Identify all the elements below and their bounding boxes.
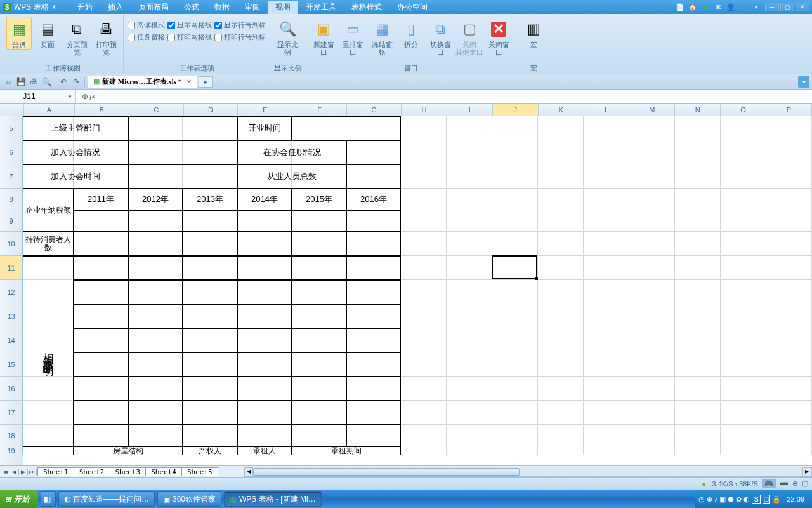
sheet-nav-first-icon[interactable]: ⏮ xyxy=(1,469,10,475)
hscroll-thumb[interactable] xyxy=(253,468,520,476)
row-header-5[interactable]: 5 xyxy=(0,116,23,140)
cell-N18[interactable] xyxy=(675,425,721,446)
tray-icon[interactable]: ♪ xyxy=(714,495,718,503)
cell-O9[interactable] xyxy=(721,210,766,232)
cell-K15[interactable] xyxy=(538,352,584,377)
cell-H19[interactable] xyxy=(401,446,447,455)
cell-L5[interactable] xyxy=(584,116,629,140)
col-header-A[interactable]: A xyxy=(24,104,75,116)
cell-L15[interactable] xyxy=(584,352,629,377)
cell-P12[interactable] xyxy=(766,280,812,304)
tray-ime-icon[interactable]: S xyxy=(752,495,760,504)
col-header-F[interactable]: F xyxy=(292,104,347,116)
cell-H14[interactable] xyxy=(401,328,447,352)
cell-P17[interactable] xyxy=(766,401,812,425)
tab-data[interactable]: 数据 xyxy=(207,1,237,14)
tray-icon[interactable]: ▣ xyxy=(719,495,726,504)
zoom-button[interactable]: 🔍显示比例 xyxy=(274,17,301,56)
taskbar-quicklaunch[interactable]: ◧ xyxy=(41,491,56,507)
col-header-C[interactable]: C xyxy=(129,104,184,116)
view-pagebreak-button[interactable]: ⧉分页预览 xyxy=(63,17,90,56)
cell-J16[interactable] xyxy=(492,377,538,401)
row-header-6[interactable]: 6 xyxy=(0,140,23,164)
cell-J15[interactable] xyxy=(492,352,538,377)
cell-J13[interactable] xyxy=(492,304,538,328)
status-min-icon[interactable]: ➖ xyxy=(780,479,789,488)
cell-L7[interactable] xyxy=(584,164,629,189)
cell-K17[interactable] xyxy=(538,401,584,425)
cell-H8[interactable] xyxy=(401,189,447,210)
cell-O11[interactable] xyxy=(721,256,766,280)
cell-M8[interactable] xyxy=(629,189,675,210)
close-other-button[interactable]: ▢关闭 其他窗口 xyxy=(456,17,483,56)
cell-O13[interactable] xyxy=(721,304,766,328)
row-header-7[interactable]: 7 xyxy=(0,164,23,189)
cell-M11[interactable] xyxy=(629,256,675,280)
cell-L10[interactable] xyxy=(584,232,629,256)
cell-P16[interactable] xyxy=(766,377,812,401)
cell-O16[interactable] xyxy=(721,377,766,401)
qat-redo-icon[interactable]: ↷ xyxy=(70,76,82,88)
row-header-14[interactable]: 14 xyxy=(0,328,23,352)
hscroll-left-icon[interactable]: ◀ xyxy=(244,467,253,476)
taskbar-item-0[interactable]: ◐百度知道——提问问… xyxy=(58,491,155,507)
cell-M17[interactable] xyxy=(629,401,675,425)
cell-K19[interactable] xyxy=(538,446,584,455)
select-all-corner[interactable] xyxy=(0,104,24,116)
game-icon[interactable]: 🎮 xyxy=(762,479,776,488)
chk-print-gridlines[interactable]: 打印网格线 xyxy=(167,32,212,42)
cell-I17[interactable] xyxy=(447,401,492,425)
tab-formula[interactable]: 公式 xyxy=(176,1,207,14)
doc-close-icon[interactable]: ✕ xyxy=(187,78,192,85)
col-header-O[interactable]: O xyxy=(721,104,766,116)
spreadsheet-grid[interactable]: ABCDEFGHIJKLMNOP 56789101112131415161718… xyxy=(0,104,812,465)
qat-print-icon[interactable]: 🖶 xyxy=(28,76,39,88)
col-header-J[interactable]: J xyxy=(493,104,539,116)
name-box-input[interactable] xyxy=(4,92,55,101)
tray-ime2-icon[interactable]: □ xyxy=(763,495,771,504)
tab-workspace[interactable]: 办公空间 xyxy=(390,1,435,14)
cell-K18[interactable] xyxy=(538,425,584,446)
cell-M7[interactable] xyxy=(629,164,675,189)
cell-I10[interactable] xyxy=(447,232,492,256)
cell-H12[interactable] xyxy=(401,280,447,304)
status-circle-icon[interactable]: ⊖ xyxy=(792,479,798,488)
tab-styles[interactable]: 表格样式 xyxy=(344,1,390,14)
cell-I18[interactable] xyxy=(447,425,492,446)
cell-P11[interactable] xyxy=(766,256,812,280)
user-icon[interactable]: 👤 xyxy=(726,2,736,12)
tray-icon[interactable]: ◐ xyxy=(743,495,750,504)
tray-icon[interactable]: ◷ xyxy=(698,495,705,504)
cell-O5[interactable] xyxy=(721,116,766,140)
cell-I16[interactable] xyxy=(447,377,492,401)
cell-P7[interactable] xyxy=(766,164,812,189)
cell-J5[interactable] xyxy=(492,116,538,140)
cell-H16[interactable] xyxy=(401,377,447,401)
cell-K8[interactable] xyxy=(538,189,584,210)
row-header-12[interactable]: 12 xyxy=(0,280,23,304)
cell-P18[interactable] xyxy=(766,425,812,446)
cell-H10[interactable] xyxy=(401,232,447,256)
cell-L19[interactable] xyxy=(584,446,629,455)
cell-N12[interactable] xyxy=(675,280,721,304)
status-sq-icon[interactable]: ▢ xyxy=(802,479,808,488)
row-header-9[interactable]: 9 xyxy=(0,210,23,232)
cell-I9[interactable] xyxy=(447,210,492,232)
freeze-panes-button[interactable]: ▦冻结窗格 xyxy=(369,17,395,56)
cell-I14[interactable] xyxy=(447,328,492,352)
cell-J19[interactable] xyxy=(492,446,538,455)
docs-icon[interactable]: 📄 xyxy=(675,2,685,12)
cell-O12[interactable] xyxy=(721,280,766,304)
cell-K7[interactable] xyxy=(538,164,584,189)
fx-buttons[interactable]: ⊕fx xyxy=(76,90,102,103)
cell-P13[interactable] xyxy=(766,304,812,328)
hscroll-right-icon[interactable]: ▶ xyxy=(802,467,811,476)
cell-N19[interactable] xyxy=(675,446,721,455)
cell-N15[interactable] xyxy=(675,352,721,377)
qat-new-icon[interactable]: ▱ xyxy=(3,76,14,88)
col-header-E[interactable]: E xyxy=(238,104,292,116)
col-header-K[interactable]: K xyxy=(539,104,584,116)
cell-O10[interactable] xyxy=(721,232,766,256)
system-tray[interactable]: ◷ ⊕ ♪ ▣ ⬣ ✿ ◐ S □ 🔒 22:09 xyxy=(695,490,812,508)
col-header-D[interactable]: D xyxy=(184,104,239,116)
